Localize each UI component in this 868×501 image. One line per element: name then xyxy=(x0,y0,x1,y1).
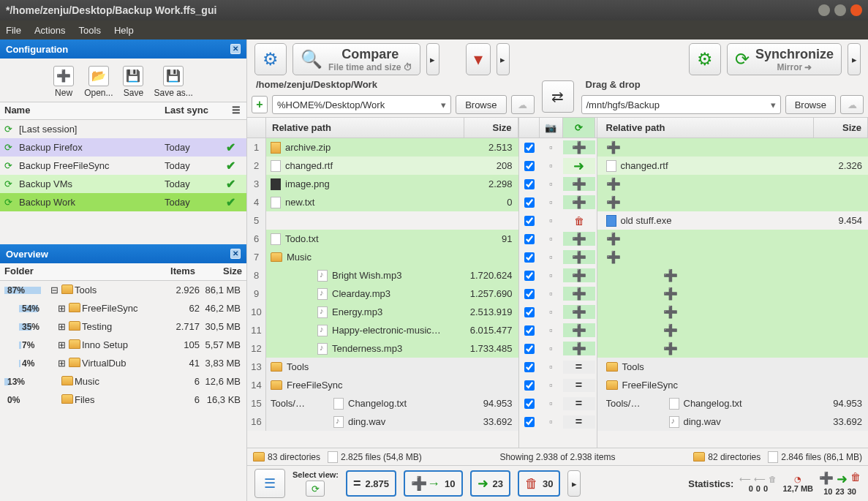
grid-row[interactable]: 13Tools xyxy=(247,358,518,376)
compare-settings-button[interactable]: ⚙ xyxy=(254,43,287,75)
grid-row[interactable]: ➕ xyxy=(597,230,869,248)
refresh-icon[interactable]: ⟳ xyxy=(563,118,595,138)
filter-update-right[interactable]: ➜23 xyxy=(470,470,510,497)
filter-dropdown[interactable]: ▸ xyxy=(497,43,510,75)
col-relative-path[interactable]: Relative path xyxy=(266,118,464,138)
col-lastsync[interactable]: Last sync xyxy=(160,102,226,119)
filter-more-dropdown[interactable]: ▸ xyxy=(567,470,581,497)
grid-row[interactable]: ➕ xyxy=(597,285,869,303)
overview-row[interactable]: 7% ⊞ Inno Setup 105 5,57 MB xyxy=(0,336,246,354)
add-pair-button[interactable]: + xyxy=(252,96,268,113)
col-size[interactable]: Size xyxy=(200,263,246,280)
col-name[interactable]: Name xyxy=(0,102,160,119)
action-cell[interactable]: ➕ xyxy=(563,250,595,264)
action-cell[interactable]: = xyxy=(563,397,595,410)
row-checkbox[interactable] xyxy=(524,417,535,427)
category-icon[interactable]: ▫ xyxy=(540,380,563,391)
row-checkbox[interactable] xyxy=(524,216,535,226)
action-cell[interactable]: ➕ xyxy=(563,342,595,355)
grid-row[interactable]: 7Music xyxy=(247,248,518,266)
action-cell[interactable]: ➕ xyxy=(563,195,595,209)
action-cell[interactable]: ➕ xyxy=(563,177,595,191)
view-toggle-button[interactable]: ☰ xyxy=(254,469,285,498)
select-view-button[interactable]: ⟳ xyxy=(306,481,325,497)
compare-button[interactable]: 🔍 CompareFile time and size ⏱ xyxy=(293,43,420,75)
grid-row[interactable]: ➕ xyxy=(597,266,869,285)
config-row[interactable]: ⟳ Backup Firefox Today ✔ xyxy=(0,138,246,157)
grid-row[interactable]: ➕ xyxy=(597,193,869,211)
col-check[interactable] xyxy=(519,118,540,138)
chevron-down-icon[interactable]: ▾ xyxy=(441,99,446,110)
grid-row[interactable]: 3image.png2.298 xyxy=(247,175,518,193)
menu-file[interactable]: File xyxy=(6,25,21,36)
expand-icon[interactable]: ⊟ xyxy=(47,285,61,295)
synchronize-button[interactable]: ⟳ SynchronizeMirror ➜ xyxy=(727,43,842,75)
row-checkbox[interactable] xyxy=(524,380,535,391)
action-cell[interactable]: ➕ xyxy=(563,323,595,337)
grid-row[interactable]: ding.wav33.692 xyxy=(597,413,869,431)
grid-row[interactable]: Tools/…Changelog.txt94.953 xyxy=(597,394,869,413)
grid-row[interactable]: 5 xyxy=(247,211,518,230)
camera-icon[interactable]: 📷 xyxy=(540,118,563,138)
category-icon[interactable]: ▫ xyxy=(540,416,563,427)
right-browse-button[interactable]: Browse xyxy=(785,95,836,114)
grid-row[interactable]: Tools xyxy=(597,358,869,376)
category-icon[interactable]: ▫ xyxy=(540,142,563,153)
action-cell[interactable]: = xyxy=(563,361,595,374)
overview-row[interactable]: 87% ⊟ Tools 2.926 86,1 MB xyxy=(0,281,246,299)
grid-row[interactable]: 10Energy.mp32.513.919 xyxy=(247,303,518,321)
grid-row[interactable]: ➕ xyxy=(597,138,869,157)
grid-row[interactable]: ➕ xyxy=(597,303,869,321)
row-checkbox[interactable] xyxy=(524,179,535,189)
left-cloud-button[interactable]: ☁ xyxy=(511,95,535,114)
row-checkbox[interactable] xyxy=(524,271,535,281)
grid-row[interactable]: FreeFileSync xyxy=(597,376,869,394)
grid-row[interactable]: ➕ xyxy=(597,248,869,266)
filter-create-right[interactable]: ➕→10 xyxy=(404,470,462,497)
overview-close-icon[interactable]: ✕ xyxy=(230,249,241,259)
category-icon[interactable]: ▫ xyxy=(540,361,563,372)
menu-actions[interactable]: Actions xyxy=(34,25,66,36)
grid-row[interactable]: 4new.txt0 xyxy=(247,193,518,211)
open-button[interactable]: 📂Open... xyxy=(84,66,113,98)
row-checkbox[interactable] xyxy=(524,307,535,317)
row-checkbox[interactable] xyxy=(524,161,535,171)
row-checkbox[interactable] xyxy=(524,344,535,354)
action-cell[interactable]: 🗑 xyxy=(563,215,595,227)
config-row[interactable]: ⟳ Backup Work Today ✔ xyxy=(0,193,246,211)
row-checkbox[interactable] xyxy=(524,197,535,208)
overview-row[interactable]: 13% Music 6 12,6 MB xyxy=(0,372,246,391)
sync-settings-button[interactable]: ⚙ xyxy=(689,43,721,75)
action-cell[interactable]: ➕ xyxy=(563,287,595,301)
sync-dropdown[interactable]: ▸ xyxy=(848,43,861,75)
col-indicator-icon[interactable]: ☰ xyxy=(226,102,246,119)
left-path-input[interactable]: %HOME%/Desktop/Work▾ xyxy=(272,95,451,114)
category-icon[interactable]: ▫ xyxy=(540,398,563,409)
row-checkbox[interactable] xyxy=(524,289,535,299)
grid-row[interactable]: 15Tools/…Changelog.txt94.953 xyxy=(247,394,518,413)
category-icon[interactable]: ▫ xyxy=(540,197,563,208)
left-browse-button[interactable]: Browse xyxy=(456,95,506,114)
grid-row[interactable]: 16ding.wav33.692 xyxy=(247,413,518,431)
category-icon[interactable]: ▫ xyxy=(540,215,563,226)
category-icon[interactable]: ▫ xyxy=(540,306,563,317)
filter-button[interactable]: ▾ xyxy=(466,43,491,75)
maximize-button[interactable] xyxy=(834,4,846,16)
expand-icon[interactable]: ⊞ xyxy=(54,303,69,314)
config-row[interactable]: ⟳ Backup FreeFileSync Today ✔ xyxy=(0,157,246,175)
compare-dropdown[interactable]: ▸ xyxy=(426,43,439,75)
action-cell[interactable]: = xyxy=(563,415,595,429)
col-size[interactable]: Size xyxy=(464,118,518,138)
grid-row[interactable]: 14FreeFileSync xyxy=(247,376,518,394)
menu-help[interactable]: Help xyxy=(114,25,134,36)
new-button[interactable]: ➕New xyxy=(53,66,74,98)
overview-row[interactable]: 54% ⊞ FreeFileSync 62 46,2 MB xyxy=(0,299,246,317)
action-cell[interactable]: ➕ xyxy=(563,232,595,246)
row-checkbox[interactable] xyxy=(524,234,535,244)
action-cell[interactable]: ➕ xyxy=(563,305,595,319)
overview-row[interactable]: 35% ⊞ Testing 2.717 30,5 MB xyxy=(0,317,246,336)
category-icon[interactable]: ▫ xyxy=(540,288,563,299)
row-checkbox[interactable] xyxy=(524,362,535,372)
category-icon[interactable]: ▫ xyxy=(540,160,563,171)
chevron-down-icon[interactable]: ▾ xyxy=(771,99,776,110)
